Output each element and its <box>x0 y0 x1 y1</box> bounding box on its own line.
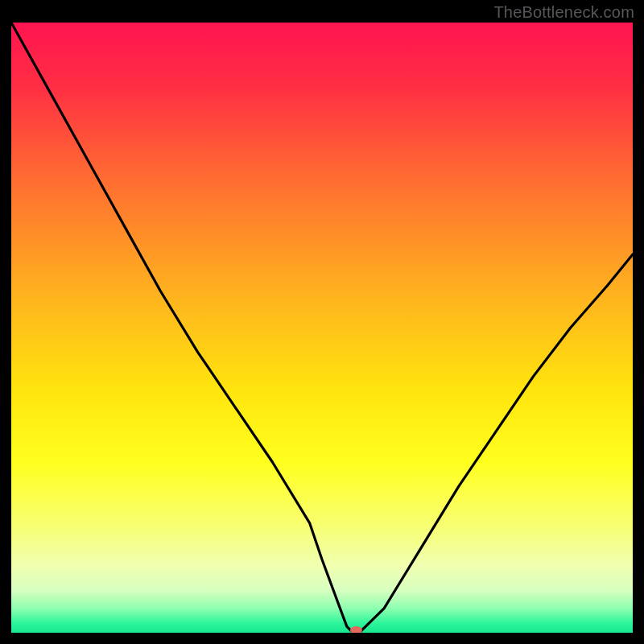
chart-container: TheBottleneck.com <box>0 0 644 644</box>
watermark-text: TheBottleneck.com <box>493 3 634 22</box>
gradient-background <box>11 23 633 633</box>
bottleneck-chart <box>11 23 633 633</box>
